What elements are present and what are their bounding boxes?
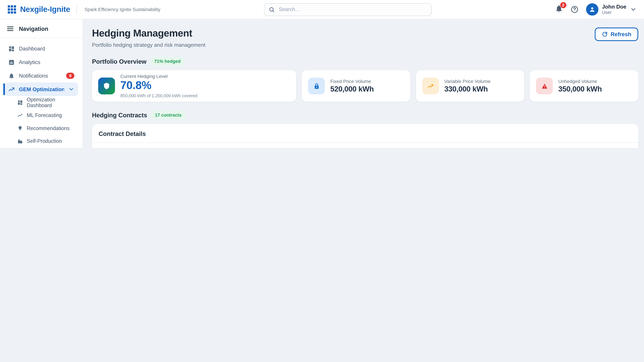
trending-up-icon [8, 86, 15, 92]
global-search[interactable] [264, 3, 432, 16]
user-menu[interactable]: John Doe User [586, 3, 636, 15]
lightbulb-icon [17, 125, 23, 131]
kpi-card-current-hedging-level: Current Hedging Level70.8%850,000 kWh of… [92, 70, 296, 102]
sidebar-subitem-ml-forecasting[interactable]: ML Forecasting [4, 109, 78, 122]
kpi-cards: Current Hedging Level70.8%850,000 kWh of… [92, 70, 638, 102]
sidebar-subitem-label: Recommendations [27, 125, 70, 131]
portfolio-overview-title: Portfolio Overview [92, 58, 146, 65]
kpi-value: 70.8% [120, 79, 198, 92]
sidebar-nav: DashboardAnalyticsNotifications8GEM Opti… [0, 38, 82, 148]
help-button[interactable] [570, 5, 578, 13]
sidebar-item-dashboard[interactable]: Dashboard [4, 42, 78, 55]
logo-grid-icon [8, 5, 16, 14]
hedging-contracts-header: Hedging Contracts 17 contracts [92, 111, 638, 119]
sidebar: Navigation DashboardAnalyticsNotificatio… [0, 19, 83, 148]
sidebar-subitem-self-production[interactable]: Self-Production [4, 135, 78, 148]
page-subtitle: Portfolio hedging strategy and risk mana… [92, 42, 206, 48]
sidebar-item-label: GEM Optimization [19, 86, 64, 92]
contract-details-title: Contract Details [92, 124, 638, 143]
page-header: Hedging Management Portfolio hedging str… [92, 27, 638, 48]
chevron-down-icon [630, 6, 636, 13]
kpi-label: Current Hedging Level [120, 74, 198, 79]
lock-icon [308, 78, 325, 94]
user-name: John Doe [602, 4, 626, 10]
sidebar-item-analytics[interactable]: Analytics [4, 55, 78, 69]
portfolio-overview-header: Portfolio Overview 71% hedged [92, 57, 638, 65]
sidebar-item-label: Dashboard [19, 45, 45, 52]
search-input[interactable] [278, 6, 427, 13]
sidebar-item-label: Notifications [19, 72, 48, 79]
dashboard-icon [8, 45, 15, 52]
kpi-card-unhedged-volume: Unhedged Volume350,000 kWh [530, 70, 638, 102]
analytics-icon [8, 59, 15, 65]
sidebar-header: Navigation [0, 19, 82, 38]
hedging-contracts-title: Hedging Contracts [92, 111, 147, 118]
brand-logo[interactable]: Nexgile-Ignite Spark Efficiency Ignite S… [8, 5, 160, 14]
main-content: Hedging Management Portfolio hedging str… [83, 19, 644, 148]
notification-count-badge: 2 [560, 2, 566, 8]
sidebar-item-label: Analytics [19, 59, 40, 65]
avatar [586, 3, 598, 15]
notifications-button[interactable]: 2 [555, 4, 563, 14]
refresh-icon [602, 31, 608, 37]
refresh-label: Refresh [611, 31, 631, 37]
sidebar-item-notifications[interactable]: Notifications8 [4, 69, 78, 82]
contracts-count-badge: 17 contracts [151, 111, 185, 119]
kpi-card-variable-price-volume: Variable Price Volume330,000 kWh [416, 70, 524, 102]
kpi-value: 520,000 kWh [330, 85, 374, 93]
sidebar-title: Navigation [19, 25, 48, 32]
line-chart-icon [17, 113, 23, 118]
refresh-button[interactable]: Refresh [594, 27, 638, 41]
hedged-percent-badge: 71% hedged [150, 57, 184, 65]
logo-divider [76, 5, 77, 13]
shield-icon [98, 78, 115, 94]
trending-up-icon [422, 78, 439, 94]
bell-icon [8, 72, 15, 79]
kpi-caption: 850,000 kWh of 1,200,000 kWh covered [120, 93, 198, 98]
kpi-value: 350,000 kWh [558, 85, 602, 93]
sidebar-subitem-label: ML Forecasting [27, 113, 62, 118]
sidebar-subitem-label: Optimization Dashboard [27, 97, 74, 108]
kpi-label: Unhedged Volume [558, 79, 602, 83]
sidebar-subitem-label: Self-Production [27, 138, 62, 144]
grid-icon [17, 99, 23, 105]
alert-triangle-icon [536, 78, 553, 94]
sidebar-notification-badge: 8 [66, 72, 74, 79]
page-title: Hedging Management [92, 27, 206, 39]
brand-tagline: Spark Efficiency Ignite Sustainability [84, 7, 160, 12]
brand-name: Nexgile-Ignite [20, 5, 70, 14]
menu-icon[interactable] [6, 25, 14, 32]
chevron-down-icon [68, 86, 74, 92]
user-role: User [602, 10, 626, 15]
search-icon [269, 6, 275, 12]
contract-details-card: Contract Details CONTRACT IDTYPEVOLUMEST… [92, 124, 638, 148]
kpi-label: Variable Price Volume [444, 79, 490, 83]
top-bar: Nexgile-Ignite Spark Efficiency Ignite S… [0, 0, 644, 19]
sidebar-subitem-optimization-dashboard[interactable]: Optimization Dashboard [4, 96, 78, 109]
sidebar-subitem-recommendations[interactable]: Recommendations [4, 122, 78, 135]
kpi-card-fixed-price-volume: Fixed Price Volume520,000 kWh [302, 70, 410, 102]
kpi-label: Fixed Price Volume [330, 79, 374, 83]
sidebar-item-gem-optimization[interactable]: GEM Optimization [4, 82, 78, 96]
factory-icon [17, 138, 23, 144]
kpi-value: 330,000 kWh [444, 85, 490, 93]
app-root: Nexgile-Ignite Spark Efficiency Ignite S… [0, 0, 644, 148]
top-right-cluster: 2 John Doe User [555, 3, 636, 15]
